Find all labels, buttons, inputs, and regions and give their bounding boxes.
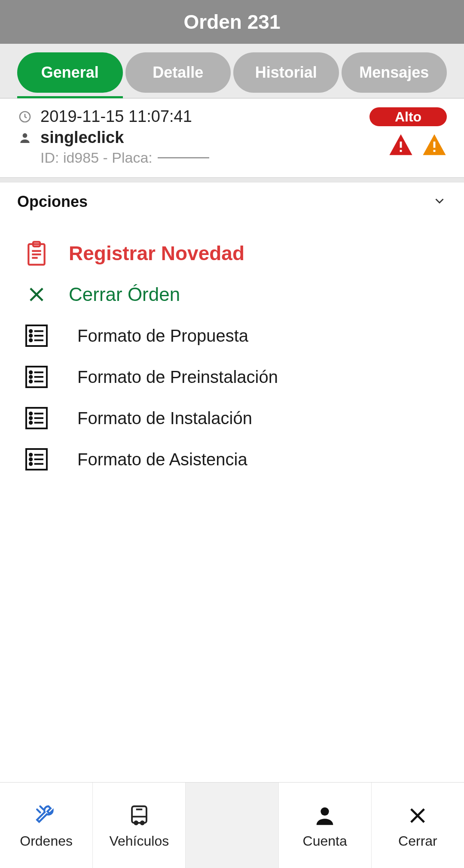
priority-badge: Alto: [369, 107, 447, 126]
empty-icon: [218, 810, 246, 838]
tab-mensajes[interactable]: Mensajes: [342, 52, 447, 93]
list-icon: [21, 403, 52, 433]
svg-rect-2: [400, 142, 402, 148]
svg-point-28: [30, 422, 32, 424]
close-x-icon: [21, 279, 52, 310]
nav-empty[interactable]: [186, 783, 278, 868]
option-label: Formato de Preinstalación: [77, 367, 278, 387]
app-header: Orden 231: [0, 0, 464, 44]
warning-red-icon: [388, 132, 413, 159]
close-icon: [403, 801, 432, 830]
options-list: Registrar Novedad Cerrar Órden Formato d…: [0, 221, 464, 782]
clock-icon: [17, 109, 33, 124]
warning-icons: [388, 132, 447, 159]
tab-historial[interactable]: Historial: [233, 52, 339, 93]
warning-orange-icon: [422, 132, 447, 159]
svg-point-44: [321, 807, 329, 816]
bus-icon: [125, 801, 153, 830]
opciones-title: Opciones: [17, 193, 88, 211]
order-datetime: 2019-11-15 11:07:41: [40, 107, 192, 126]
svg-point-20: [30, 376, 32, 378]
tab-detalle[interactable]: Detalle: [125, 52, 231, 93]
tab-label: General: [41, 64, 99, 82]
tab-label: Detalle: [153, 64, 203, 82]
svg-point-21: [30, 380, 32, 382]
nav-label: Cuenta: [303, 833, 347, 849]
nav-label: Ordenes: [20, 833, 73, 849]
nav-cerrar[interactable]: Cerrar: [372, 783, 464, 868]
nav-ordenes[interactable]: Ordenes: [0, 783, 93, 868]
option-label: Formato de Propuesta: [77, 326, 248, 346]
svg-point-13: [30, 334, 32, 337]
opciones-toggle[interactable]: Opciones: [0, 182, 464, 221]
clipboard-icon: [21, 238, 52, 268]
order-subinfo: ID: id985 - Placa:: [40, 149, 447, 166]
tools-icon: [32, 801, 61, 830]
svg-rect-5: [433, 150, 436, 152]
svg-point-35: [30, 463, 32, 465]
option-registrar-novedad[interactable]: Registrar Novedad: [21, 238, 443, 268]
option-formato-preinstalacion[interactable]: Formato de Preinstalación: [21, 362, 443, 392]
nav-label: Cerrar: [398, 833, 437, 849]
svg-point-1: [23, 133, 27, 138]
option-label: Formato de Asistencia: [77, 450, 247, 469]
bottom-nav: Ordenes Vehículos Cuenta Cerrar: [0, 782, 464, 868]
option-formato-asistencia[interactable]: Formato de Asistencia: [21, 444, 443, 474]
svg-point-33: [30, 454, 32, 456]
order-info-card: 2019-11-15 11:07:41 singleclick ID: id98…: [0, 98, 464, 178]
list-icon: [21, 362, 52, 392]
option-label: Cerrar Órden: [69, 284, 180, 305]
list-icon: [21, 444, 52, 474]
option-label: Formato de Instalación: [77, 409, 252, 428]
option-formato-propuesta[interactable]: Formato de Propuesta: [21, 321, 443, 351]
nav-label: Vehículos: [109, 833, 169, 849]
option-cerrar-orden[interactable]: Cerrar Órden: [21, 279, 443, 310]
svg-point-19: [30, 371, 32, 373]
svg-point-14: [30, 339, 32, 341]
tabs-container: General Detalle Historial Mensajes: [0, 44, 464, 98]
svg-point-42: [140, 821, 143, 824]
page-title: Orden 231: [184, 10, 281, 33]
nav-vehiculos[interactable]: Vehículos: [93, 783, 186, 868]
svg-point-26: [30, 413, 32, 415]
tab-label: Historial: [255, 64, 317, 82]
tab-label: Mensajes: [359, 64, 429, 82]
person-icon: [17, 130, 33, 146]
option-formato-instalacion[interactable]: Formato de Instalación: [21, 403, 443, 433]
order-user: singleclick: [40, 128, 124, 147]
svg-rect-3: [400, 150, 402, 152]
svg-point-41: [134, 821, 137, 824]
list-icon: [21, 321, 52, 351]
order-id-placa-label: ID: id985 - Placa:: [40, 149, 153, 166]
option-label: Registrar Novedad: [69, 242, 244, 265]
chevron-down-icon: [432, 194, 447, 210]
account-icon: [311, 801, 339, 830]
svg-point-34: [30, 458, 32, 460]
svg-rect-4: [433, 142, 436, 148]
tab-general[interactable]: General: [17, 52, 123, 93]
nav-cuenta[interactable]: Cuenta: [279, 783, 372, 868]
svg-point-12: [30, 330, 32, 332]
svg-point-27: [30, 417, 32, 419]
placa-blank-line: [158, 157, 209, 158]
